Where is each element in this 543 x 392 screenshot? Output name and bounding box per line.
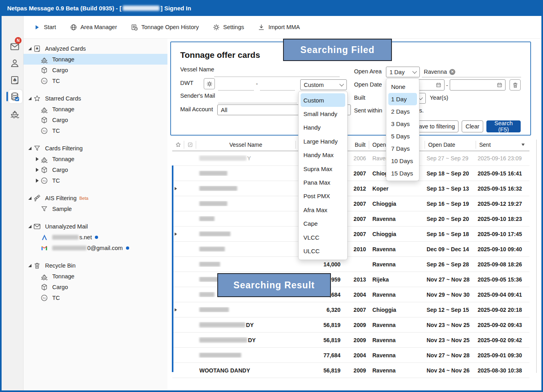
rail-item-mail[interactable]: N (2, 39, 23, 55)
open-days-option[interactable]: 7 Days (386, 142, 419, 155)
table-row[interactable]: 2007ChioggiaSep 16 ~ Sep 192025-09-12 19… (172, 196, 529, 211)
table-row[interactable]: DY56,8192009RavennaNov 23 ~ Nov 252025-0… (172, 333, 529, 348)
table-row[interactable]: 2010RavennaDec 09 ~ Dec 142025-09-10 09:… (172, 242, 529, 257)
toolbar-button-import-mma[interactable]: Import MMA (257, 21, 301, 33)
sidebar-section-cards-filtering[interactable]: Cards Filtering (24, 143, 167, 154)
table-row[interactable]: 2007ChioggiaSep 16 ~ Sep 182025-09-10 17… (172, 227, 529, 242)
sidebar-item-sample[interactable]: Sample (24, 203, 167, 214)
collapse-arrow-icon[interactable] (34, 179, 40, 183)
vessel-size-option[interactable]: Large Handy (299, 134, 347, 148)
column-header-label: Open Date (425, 142, 455, 148)
clear-button[interactable]: Clear (462, 120, 483, 132)
toolbar-button-settings[interactable]: Settings (212, 21, 245, 33)
sidebar-section-recycle-bin[interactable]: Recycle Bin (24, 260, 167, 271)
search-button[interactable]: Search (F5) (486, 120, 521, 132)
column-header-sent[interactable]: Sent (476, 141, 528, 149)
table-row[interactable]: 2012KoperSep 13 ~ Sep 132025-09-15 16:32 (172, 181, 529, 196)
open-days-option[interactable]: 15 Days (386, 167, 419, 179)
vessel-name-input[interactable] (214, 66, 340, 77)
collapse-arrow-icon[interactable] (34, 168, 40, 172)
column-header-vessel-name[interactable]: Vessel Name (196, 141, 296, 149)
sidebar-item-mail-account[interactable]: s.net (24, 232, 167, 242)
table-row[interactable]: 2007ChioggiaSep 18 ~ Sep 202025-09-15 16… (172, 166, 529, 181)
open-area-input[interactable] (422, 67, 521, 77)
sidebar-item-tc[interactable]: TC (24, 292, 167, 303)
sidebar-item-cargo[interactable]: Cargo (24, 282, 167, 292)
vessel-size-select[interactable]: Custom (300, 79, 347, 90)
open-days-option[interactable]: 3 Days (386, 118, 419, 130)
sidebar-section-starred-cards[interactable]: Starred Cards (24, 93, 167, 104)
sidebar-item-tc[interactable]: TC (24, 175, 167, 186)
sidebar-section-analyzed-cards[interactable]: Analyzed Cards (24, 43, 167, 54)
rail-item-contacts[interactable] (2, 55, 23, 71)
sidebar-item-tc[interactable]: TC (24, 125, 167, 136)
row-expand-cell[interactable] (172, 187, 184, 190)
table-row[interactable]: 6,3202007ChioggiaSep 12 ~ Sep 152025-09-… (172, 302, 529, 317)
open-date-to-input[interactable] (450, 79, 506, 91)
vessel-size-option[interactable]: Afra Max (299, 203, 347, 217)
sidebar-item-tonnage[interactable]: Tonnage (24, 154, 167, 164)
vessel-size-option[interactable]: Small Handy (299, 107, 347, 120)
vessel-size-option[interactable]: Handy (299, 121, 347, 134)
table-row[interactable]: Y2006RavennaSep 27 ~ Sep 292025-09-16 23… (172, 151, 529, 166)
sidebar-item-tonnage[interactable]: Tonnage (24, 104, 167, 114)
column-header-star[interactable] (172, 141, 184, 149)
open-days-option[interactable]: None (386, 81, 419, 93)
expand-arrow-icon[interactable] (27, 225, 33, 228)
vessel-size-option[interactable]: Custom (301, 93, 345, 107)
column-header-note[interactable] (184, 141, 196, 149)
masked-vessel-name (199, 353, 241, 358)
sidebar-item-cargo[interactable]: Cargo (24, 114, 167, 125)
dwt-max-input[interactable] (260, 80, 295, 91)
sidebar-item-tonnage[interactable]: Tonnage (24, 54, 167, 65)
dwt-settings-button[interactable] (204, 78, 215, 89)
open-days-option[interactable]: 1 Day (388, 93, 417, 105)
vessel-size-option[interactable]: ULCC (299, 244, 347, 258)
sidebar-section-unanalyzed-mail[interactable]: Unanalyzed Mail (24, 221, 167, 232)
dwt-min-input[interactable] (218, 80, 254, 91)
vessel-size-option[interactable]: VLCC (299, 230, 347, 244)
open-area-days-select[interactable]: 1 Day (386, 67, 420, 77)
sidebar-item-mail-account[interactable]: 0@gmail.com (24, 242, 167, 253)
expand-arrow-icon[interactable] (27, 197, 33, 200)
vessel-size-option[interactable]: Cape (299, 217, 347, 230)
toolbar-button-area-manager[interactable]: Area Manager (69, 21, 118, 33)
built-cell: 2004 (344, 352, 369, 359)
senders-mail-input[interactable] (218, 93, 297, 103)
open-date-clear-button[interactable] (510, 79, 521, 91)
table-row[interactable]: DY56,8192009RavennaNov 23 ~ Nov 252025-0… (172, 317, 529, 333)
expand-arrow-icon[interactable] (27, 264, 33, 267)
toolbar-button-start[interactable]: Start (32, 21, 57, 33)
collapse-arrow-icon[interactable] (34, 157, 40, 161)
vessel-size-option[interactable]: Pana Max (299, 175, 347, 189)
sidebar-section-ais-filtering[interactable]: AIS FilteringBeta (24, 193, 167, 203)
table-row[interactable]: 2007RavennaSep 20 ~ Sep 202025-09-10 18:… (172, 211, 529, 227)
open-days-option[interactable]: 5 Days (386, 130, 419, 142)
vessel-size-option[interactable]: Post PMX (299, 189, 347, 203)
expand-arrow-icon[interactable] (27, 147, 33, 150)
sidebar-item-tonnage[interactable]: Tonnage (24, 271, 167, 282)
expand-arrow-icon[interactable] (27, 97, 33, 100)
built-label: Built (354, 95, 365, 101)
chevron-down-icon (412, 69, 417, 73)
row-expand-cell[interactable] (172, 308, 184, 311)
sidebar-item-cargo[interactable]: Cargo (24, 65, 167, 75)
table-row[interactable]: 77,6842004RavennaNov 27 ~ Nov 282025-09-… (172, 348, 529, 363)
row-expand-cell[interactable] (172, 232, 184, 236)
sidebar-section-label: Cards Filtering (45, 145, 83, 152)
toolbar-button-tonnage-open-history[interactable]: Tonnage Open History (130, 21, 200, 33)
vessel-size-option[interactable]: Handy Max (299, 148, 347, 162)
open-days-option[interactable]: 2 Days (386, 105, 419, 118)
column-header-built[interactable]: Built (344, 141, 369, 149)
rail-item-cards[interactable] (2, 72, 23, 88)
sidebar-item-cargo[interactable]: Cargo (24, 164, 167, 175)
rail-item-card-database[interactable] (2, 89, 23, 104)
vessel-size-option[interactable]: Supra Max (299, 162, 347, 175)
table-row[interactable]: WOOTANG DANDY56,8192009RavennaNov 24 ~ N… (172, 363, 529, 378)
column-header-open-date[interactable]: Open Date (425, 141, 476, 149)
table-row[interactable]: 14,000RavennaSep 26 ~ Sep 282025-09-08 1… (172, 257, 529, 272)
rail-item-vessels[interactable] (2, 105, 23, 121)
open-days-option[interactable]: 10 Days (386, 155, 419, 167)
expand-arrow-icon[interactable] (27, 47, 33, 50)
sidebar-item-tc[interactable]: TC (24, 75, 167, 86)
